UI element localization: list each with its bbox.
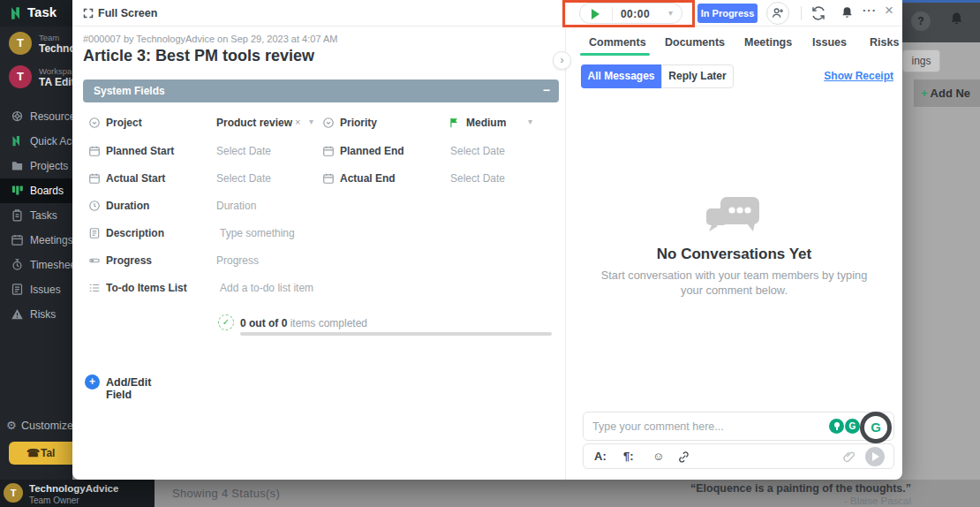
bell-icon[interactable]	[840, 5, 855, 20]
full-screen-button[interactable]: Full Screen	[83, 6, 94, 20]
close-icon[interactable]: ×	[885, 2, 893, 19]
workspace-name[interactable]: TA Edit	[39, 76, 72, 88]
system-fields-title: System Fields	[94, 85, 165, 97]
sidebar-item-quick-access[interactable]: Quick Acce	[0, 129, 72, 154]
field-label-duration: Duration	[106, 200, 149, 212]
sidebar-item-customize-menu[interactable]: ⚙ Customize M	[0, 417, 72, 436]
priority-value[interactable]: Medium	[466, 117, 506, 129]
background-partial-tab[interactable]: ings	[902, 49, 940, 72]
paragraph-icon[interactable]: ¶:	[623, 450, 634, 463]
app-logo[interactable]: Task	[0, 0, 72, 26]
system-fields-header[interactable]: System Fields −	[83, 79, 559, 102]
background-right-area: ? ings +Add Ne	[902, 0, 980, 480]
grammarly-button[interactable]: G	[860, 412, 892, 443]
stopwatch-icon	[11, 258, 24, 271]
all-messages-button[interactable]: All Messages	[581, 64, 661, 88]
comment-input[interactable]	[592, 416, 813, 436]
reply-later-button[interactable]: Reply Later	[661, 64, 734, 88]
priority-flag-icon	[449, 117, 461, 129]
tab-issues[interactable]: Issues	[812, 36, 847, 49]
task-title[interactable]: Article 3: Best PM tools review	[83, 47, 314, 65]
description-icon	[88, 227, 101, 239]
field-row: To-do Items List Add a to-do list item	[72, 280, 565, 296]
todo-input[interactable]: Add a to-do list item	[220, 282, 313, 294]
calendar-icon	[88, 172, 101, 185]
tab-meetings[interactable]: Meetings	[744, 36, 792, 49]
talk-button-label: Tal	[41, 447, 55, 459]
paperclip-icon[interactable]	[842, 450, 856, 464]
chevron-down-icon[interactable]: ▾	[528, 117, 532, 126]
notifications-bell-icon[interactable]	[948, 11, 965, 27]
calendar-icon	[322, 172, 335, 185]
sidebar-item-tasks[interactable]: Tasks	[0, 203, 72, 228]
todo-summary-count: 0 out of 0	[240, 317, 287, 329]
grammarly-g-icon: G	[864, 416, 887, 439]
sidebar-item-resource-view[interactable]: Resource V	[0, 104, 72, 129]
show-receipt-link[interactable]: Show Receipt	[824, 70, 893, 82]
sidebar-item-boards[interactable]: Boards	[0, 178, 72, 203]
collapse-minus-icon[interactable]: −	[543, 83, 550, 97]
issues-list-icon	[11, 283, 24, 296]
owner-name: TechnologyAdvice	[29, 483, 118, 494]
sidebar-item-projects[interactable]: Projects	[0, 154, 72, 178]
field-label-planned-start: Planned Start	[106, 145, 174, 157]
quote-author: - Blaise Pascal	[690, 496, 911, 506]
sidebar-footer[interactable]: T TechnologyAdvice Team Owner	[0, 480, 155, 507]
field-row: Progress Progress	[72, 253, 565, 269]
emoji-icon[interactable]: ☺	[652, 450, 664, 463]
fullscreen-icon	[83, 8, 94, 19]
grammarly-badge-icon[interactable]: G	[845, 419, 860, 434]
description-input[interactable]: Type something	[220, 227, 295, 239]
calendar-icon	[11, 233, 24, 246]
field-label-todo-list: To-do Items List	[106, 282, 187, 294]
actual-start-value[interactable]: Select Date	[216, 172, 271, 185]
planned-end-value[interactable]: Select Date	[450, 145, 505, 157]
plus-circle-icon: +	[85, 375, 100, 390]
more-menu-icon[interactable]: ···	[863, 4, 877, 17]
sidebar-item-risks[interactable]: Risks	[0, 302, 72, 327]
select-circle-icon	[322, 117, 335, 129]
assign-user-button[interactable]	[766, 2, 789, 25]
sidebar-item-label: Tasks	[30, 203, 57, 228]
tab-comments[interactable]: Comments	[589, 36, 646, 49]
calendar-icon	[322, 145, 335, 157]
field-label-actual-start: Actual Start	[106, 172, 165, 185]
person-add-icon	[771, 6, 785, 20]
status-badge[interactable]: In Progress	[697, 4, 758, 23]
sync-icon[interactable]	[810, 5, 826, 21]
field-label-project: Project	[106, 117, 142, 129]
talk-to-us-button[interactable]: ☎ Tal	[9, 442, 72, 465]
workspace-section-label: Workspa	[39, 66, 72, 76]
sidebar-item-timesheet[interactable]: Timesheet	[0, 253, 72, 277]
grammarly-suggestion-icon[interactable]	[829, 419, 844, 434]
sidebar-item-meetings[interactable]: Meetings	[0, 228, 72, 253]
quote-block: “Eloquence is a painting of the thoughts…	[690, 482, 911, 506]
link-icon[interactable]	[677, 450, 690, 464]
add-new-button[interactable]: +Add Ne	[914, 79, 980, 107]
duration-input[interactable]: Duration	[216, 200, 256, 212]
help-icon[interactable]: ?	[911, 11, 931, 31]
sidebar-item-issues[interactable]: Issues	[0, 277, 72, 302]
planned-start-value[interactable]: Select Date	[216, 145, 271, 157]
progress-input[interactable]: Progress	[216, 254, 259, 267]
tab-risks[interactable]: Risks	[870, 36, 899, 49]
todo-summary-rest: items completed	[287, 317, 367, 329]
team-avatar[interactable]: T	[9, 32, 32, 55]
empty-state-line1: Start conversation with your team member…	[566, 269, 902, 282]
clear-project-icon[interactable]: ×	[295, 117, 300, 127]
send-arrow-icon	[872, 452, 879, 461]
sidebar-item-label: Quick Acce	[30, 129, 72, 154]
workspace-avatar[interactable]: T	[9, 65, 32, 88]
comment-input-box[interactable]: G	[583, 412, 894, 441]
comment-toolbar: A: ¶: ☺	[583, 443, 894, 469]
text-format-icon[interactable]: A:	[594, 450, 607, 463]
tab-documents[interactable]: Documents	[665, 36, 725, 49]
send-button[interactable]	[865, 447, 885, 466]
actual-end-value[interactable]: Select Date	[450, 172, 505, 185]
team-name[interactable]: Techno	[39, 42, 72, 55]
field-row: Planned Start Select Date Planned End Se…	[72, 143, 565, 159]
folder-icon	[11, 159, 24, 172]
project-value[interactable]: Product review	[216, 117, 292, 129]
owner-role: Team Owner	[29, 496, 79, 505]
chevron-down-icon[interactable]: ▾	[309, 117, 313, 126]
